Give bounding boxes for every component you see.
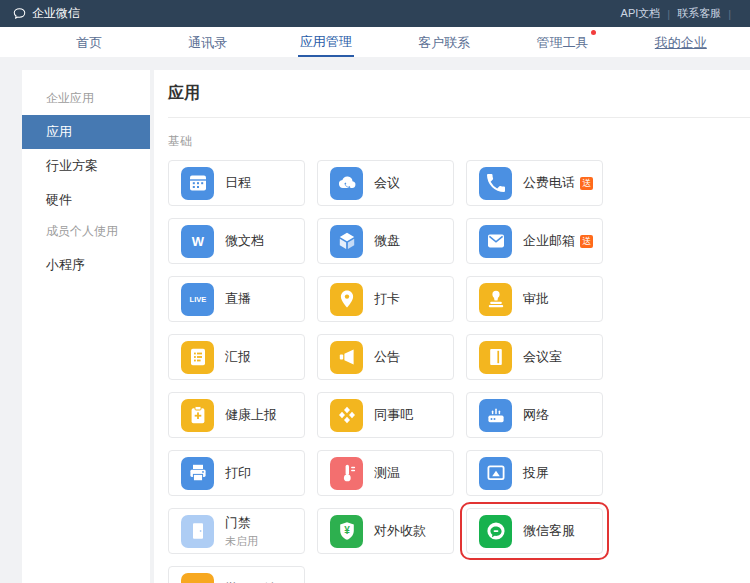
app-card-approval-stamp[interactable]: 审批 bbox=[466, 276, 603, 322]
app-card-live[interactable]: LIVE直播 bbox=[168, 276, 305, 322]
checkin-pin-icon bbox=[330, 283, 363, 316]
app-text: 测温 bbox=[374, 464, 400, 482]
app-name: 微信客服 bbox=[523, 522, 575, 540]
app-card-meeting-room-door[interactable]: 会议室 bbox=[466, 334, 603, 380]
app-text: 打卡 bbox=[374, 290, 400, 308]
network-router-icon bbox=[479, 399, 512, 432]
sidebar-item-hardware[interactable]: 硬件 bbox=[22, 183, 150, 217]
app-name: 审批 bbox=[523, 290, 549, 308]
announcement-megaphone-icon bbox=[330, 341, 363, 374]
free-gift-badge: 送 bbox=[580, 177, 593, 190]
app-card-screencast[interactable]: 投屏 bbox=[466, 450, 603, 496]
sidebar-section-company-apps: 企业应用 bbox=[22, 84, 150, 115]
app-name: 微文档 bbox=[225, 232, 264, 250]
brand[interactable]: 企业微信 bbox=[12, 5, 80, 22]
approval-stamp-icon bbox=[479, 283, 512, 316]
brand-label: 企业微信 bbox=[32, 5, 80, 22]
app-name: 公告 bbox=[374, 348, 400, 366]
nav-item-home[interactable]: 首页 bbox=[30, 27, 148, 57]
top-link-separator: | bbox=[667, 8, 670, 20]
app-text: 同事吧 bbox=[374, 406, 413, 424]
top-link-separator: | bbox=[728, 8, 731, 20]
sidebar-item-industry-solutions[interactable]: 行业方案 bbox=[22, 149, 150, 183]
app-name: 打印 bbox=[225, 464, 251, 482]
topbar: 企业微信 API文档|联系客服| bbox=[0, 0, 750, 27]
app-card-meeting-cloud[interactable]: 会议 bbox=[317, 160, 454, 206]
app-text: 企业邮箱送 bbox=[523, 232, 593, 250]
main-panel: 应用 基础 日程会议公费电话送W微文档微盘企业邮箱送LIVE直播打卡审批汇报公告… bbox=[154, 70, 750, 583]
free-gift-badge: 送 bbox=[580, 235, 593, 248]
app-card-colleague-diamond[interactable]: 同事吧 bbox=[317, 392, 454, 438]
app-card-network-router[interactable]: 网络 bbox=[466, 392, 603, 438]
app-text: 对外收款 bbox=[374, 522, 426, 540]
app-name: 门禁 bbox=[225, 514, 251, 532]
nav-item-label: 管理工具 bbox=[534, 29, 590, 56]
app-card-health-clipboard[interactable]: 健康上报 bbox=[168, 392, 305, 438]
thermometer-icon bbox=[330, 457, 363, 490]
app-text: 汇报 bbox=[225, 348, 251, 366]
phone-icon bbox=[479, 167, 512, 200]
app-card-announcement-megaphone[interactable]: 公告 bbox=[317, 334, 454, 380]
main-nav: 首页通讯录应用管理客户联系管理工具我的企业 bbox=[0, 27, 750, 57]
sidebar-item-apps[interactable]: 应用 bbox=[22, 115, 150, 149]
nav-item-app-management[interactable]: 应用管理 bbox=[267, 27, 385, 57]
app-card-thermometer[interactable]: 测温 bbox=[317, 450, 454, 496]
app-text: 公费电话送 bbox=[523, 174, 593, 192]
screencast-icon bbox=[479, 457, 512, 490]
app-card-learning-planet[interactable]: 学习园地 bbox=[168, 566, 305, 583]
app-text: 会议 bbox=[374, 174, 400, 192]
app-text: 微文档 bbox=[225, 232, 264, 250]
access-door-icon bbox=[181, 515, 214, 548]
app-name: 微盘 bbox=[374, 232, 400, 250]
app-text: 审批 bbox=[523, 290, 549, 308]
app-card-wedrive[interactable]: 微盘 bbox=[317, 218, 454, 264]
sidebar: 企业应用应用行业方案硬件成员个人使用小程序 bbox=[22, 70, 150, 583]
health-clipboard-icon bbox=[181, 399, 214, 432]
app-card-report-doc[interactable]: 汇报 bbox=[168, 334, 305, 380]
app-text: 门禁未启用 bbox=[225, 514, 258, 549]
app-text: 健康上报 bbox=[225, 406, 277, 424]
wechat-kefu-icon bbox=[479, 515, 512, 548]
group-label-basic: 基础 bbox=[168, 133, 750, 150]
app-card-mail[interactable]: 企业邮箱送 bbox=[466, 218, 603, 264]
app-card-payment-shield[interactable]: ¥对外收款 bbox=[317, 508, 454, 554]
app-card-wechat-kefu[interactable]: 微信客服 bbox=[466, 508, 603, 554]
app-name: 测温 bbox=[374, 464, 400, 482]
app-status-label: 未启用 bbox=[225, 534, 258, 549]
calendar-icon bbox=[181, 167, 214, 200]
app-name: 投屏 bbox=[523, 464, 549, 482]
app-card-wedoc[interactable]: W微文档 bbox=[168, 218, 305, 264]
app-name: 企业邮箱 bbox=[523, 232, 575, 250]
app-text: 直播 bbox=[225, 290, 251, 308]
app-card-checkin-pin[interactable]: 打卡 bbox=[317, 276, 454, 322]
app-name: 对外收款 bbox=[374, 522, 426, 540]
page-title: 应用 bbox=[168, 83, 750, 104]
sidebar-item-mini-programs[interactable]: 小程序 bbox=[22, 248, 150, 282]
app-name: 日程 bbox=[225, 174, 251, 192]
sidebar-section-member-personal-use: 成员个人使用 bbox=[22, 217, 150, 248]
top-link-api-docs[interactable]: API文档 bbox=[621, 6, 661, 21]
nav-item-label: 首页 bbox=[74, 29, 104, 56]
mail-icon bbox=[479, 225, 512, 258]
meeting-room-door-icon bbox=[479, 341, 512, 374]
nav-item-label: 通讯录 bbox=[186, 29, 229, 56]
app-card-printer[interactable]: 打印 bbox=[168, 450, 305, 496]
app-card-access-door[interactable]: 门禁未启用 bbox=[168, 508, 305, 554]
live-icon: LIVE bbox=[181, 283, 214, 316]
nav-item-my-company[interactable]: 我的企业 bbox=[622, 27, 740, 57]
app-name: 会议 bbox=[374, 174, 400, 192]
app-card-phone[interactable]: 公费电话送 bbox=[466, 160, 603, 206]
wechat-work-logo-icon bbox=[12, 7, 27, 21]
app-text: 公告 bbox=[374, 348, 400, 366]
nav-item-contacts[interactable]: 通讯录 bbox=[148, 27, 266, 57]
top-link-contact-support[interactable]: 联系客服 bbox=[677, 6, 721, 21]
meeting-cloud-icon bbox=[330, 167, 363, 200]
nav-item-customer-contact[interactable]: 客户联系 bbox=[385, 27, 503, 57]
title-divider bbox=[168, 117, 750, 118]
learning-planet-icon bbox=[181, 573, 214, 583]
app-name: 直播 bbox=[225, 290, 251, 308]
app-text: 微信客服 bbox=[523, 522, 575, 540]
nav-item-admin-tools[interactable]: 管理工具 bbox=[503, 27, 621, 57]
colleague-diamond-icon bbox=[330, 399, 363, 432]
app-card-calendar[interactable]: 日程 bbox=[168, 160, 305, 206]
